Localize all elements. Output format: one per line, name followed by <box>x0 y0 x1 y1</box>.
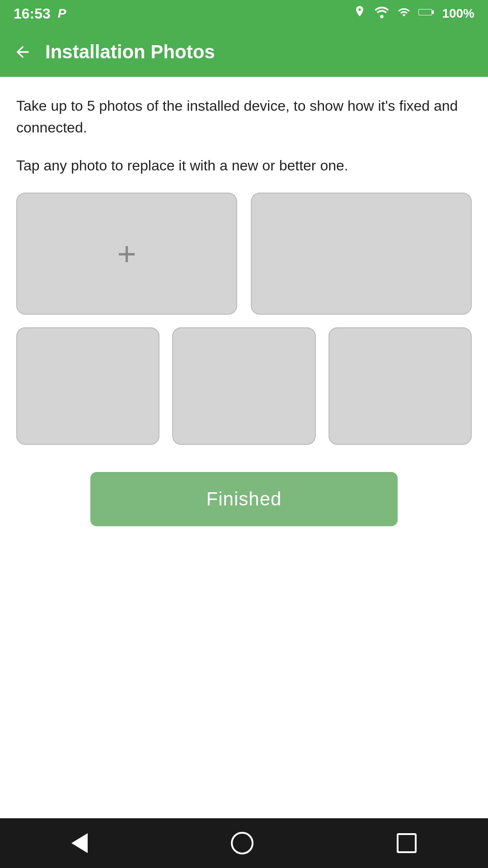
parking-icon: P <box>58 6 66 21</box>
status-bar-left: 16:53 P <box>14 5 66 22</box>
photo-grid-bottom <box>16 327 472 445</box>
svg-rect-2 <box>419 9 432 15</box>
battery-percent: 100% <box>442 6 474 21</box>
nav-recents-button[interactable] <box>397 833 417 853</box>
photo-slot-4[interactable] <box>172 327 315 445</box>
nav-home-button[interactable] <box>231 832 253 854</box>
photo-slot-5[interactable] <box>328 327 472 445</box>
back-button[interactable] <box>14 43 32 61</box>
photo-slot-2[interactable] <box>251 193 472 315</box>
main-content: Take up to 5 photos of the installed dev… <box>0 77 488 818</box>
signal-icon <box>398 6 410 22</box>
nav-home-icon <box>231 832 253 854</box>
status-time: 16:53 <box>14 5 51 22</box>
status-bar: 16:53 P 100% <box>0 0 488 27</box>
finished-button[interactable]: Finished <box>90 472 398 526</box>
location-icon <box>353 5 366 23</box>
instruction-text-1: Take up to 5 photos of the installed dev… <box>16 95 472 138</box>
battery-icon <box>418 7 434 21</box>
photo-slot-3[interactable] <box>16 327 160 445</box>
status-bar-right: 100% <box>353 5 474 23</box>
nav-back-icon <box>71 833 88 853</box>
photo-grid-top: + <box>16 193 472 315</box>
app-bar: Installation Photos <box>0 27 488 77</box>
page-title: Installation Photos <box>45 41 215 63</box>
nav-back-button[interactable] <box>71 833 88 853</box>
nav-bar <box>0 818 488 868</box>
add-photo-icon: + <box>117 237 136 270</box>
nav-recents-icon <box>397 833 417 853</box>
wifi-icon <box>374 6 389 22</box>
svg-rect-1 <box>432 10 434 14</box>
instruction-text-2: Tap any photo to replace it with a new o… <box>16 155 472 176</box>
photo-slot-1[interactable]: + <box>16 193 237 315</box>
